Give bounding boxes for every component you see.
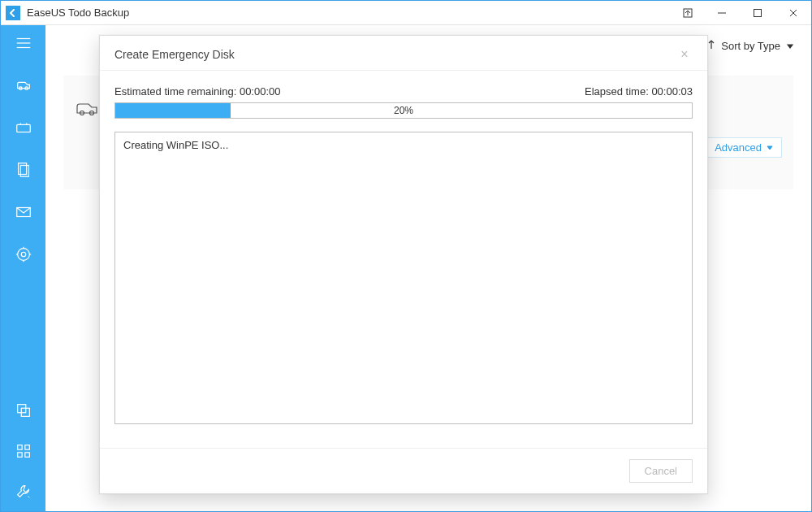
sidebar	[1, 25, 45, 511]
disk-backup-icon[interactable]	[14, 76, 33, 95]
advanced-label: Advanced	[715, 141, 762, 154]
svg-rect-26	[24, 453, 29, 458]
svg-rect-12	[18, 163, 26, 175]
create-emergency-disk-dialog: Create Emergency Disk × Estimated time r…	[99, 35, 708, 494]
titlebar-controls	[672, 1, 811, 25]
elapsed-text: Elapsed time: 00:00:03	[585, 85, 693, 98]
clone-icon[interactable]	[14, 401, 33, 420]
eta-text: Estimated time remaining: 00:00:00	[114, 85, 281, 98]
advanced-button[interactable]: Advanced	[706, 137, 782, 158]
elapsed-value: 00:00:03	[651, 85, 693, 98]
backup-card-icon	[75, 98, 99, 121]
main-area: Sort by Type Advanced C	[45, 25, 811, 511]
log-output: Creating WinPE ISO...	[114, 132, 693, 424]
sort-arrow-icon	[706, 40, 716, 52]
dialog-footer: Cancel	[100, 448, 707, 493]
elapsed-label: Elapsed time:	[585, 85, 649, 98]
progress-bar: 20%	[114, 102, 693, 119]
cancel-button[interactable]: Cancel	[629, 459, 693, 483]
minimize-button[interactable]	[704, 1, 740, 25]
log-line: Creating WinPE ISO...	[123, 139, 684, 151]
svg-point-16	[21, 252, 26, 257]
settings-wrench-icon[interactable]	[14, 482, 33, 501]
body: Sort by Type Advanced C	[1, 25, 811, 511]
system-backup-icon[interactable]	[14, 118, 33, 137]
dialog-title: Create Emergency Disk	[114, 48, 235, 61]
svg-rect-23	[17, 445, 22, 450]
maximize-button[interactable]	[740, 1, 775, 25]
progress-label: 20%	[115, 103, 692, 118]
svg-rect-13	[20, 166, 28, 177]
svg-rect-10	[16, 124, 30, 132]
sidebar-bottom	[14, 401, 33, 501]
eta-value: 00:00:00	[240, 85, 281, 98]
svg-rect-2	[754, 9, 762, 16]
close-button[interactable]	[775, 1, 811, 25]
menu-icon[interactable]	[14, 33, 33, 53]
svg-rect-25	[17, 453, 22, 458]
time-row: Estimated time remaining: 00:00:00 Elaps…	[114, 85, 693, 98]
titlebar-left: EaseUS Todo Backup	[1, 6, 129, 20]
smart-backup-icon[interactable]	[14, 245, 33, 264]
dialog-header: Create Emergency Disk ×	[100, 36, 707, 71]
titlebar: EaseUS Todo Backup	[1, 1, 811, 25]
chevron-down-icon	[767, 141, 773, 154]
svg-point-15	[17, 249, 29, 261]
mail-backup-icon[interactable]	[14, 202, 33, 222]
chevron-down-icon	[787, 40, 793, 52]
eta-label: Estimated time remaining:	[114, 85, 236, 98]
dialog-body: Estimated time remaining: 00:00:00 Elaps…	[100, 71, 707, 424]
sort-label: Sort by Type	[721, 40, 780, 52]
app-title: EaseUS Todo Backup	[27, 7, 129, 19]
tools-grid-icon[interactable]	[14, 441, 33, 461]
app-logo-icon	[6, 6, 20, 20]
sort-control[interactable]: Sort by Type	[706, 40, 793, 52]
dialog-close-button[interactable]: ×	[676, 47, 693, 62]
collapse-button[interactable]	[672, 1, 704, 25]
app-window: EaseUS Todo Backup	[0, 0, 812, 512]
svg-rect-24	[24, 445, 29, 450]
file-backup-icon[interactable]	[14, 160, 33, 180]
